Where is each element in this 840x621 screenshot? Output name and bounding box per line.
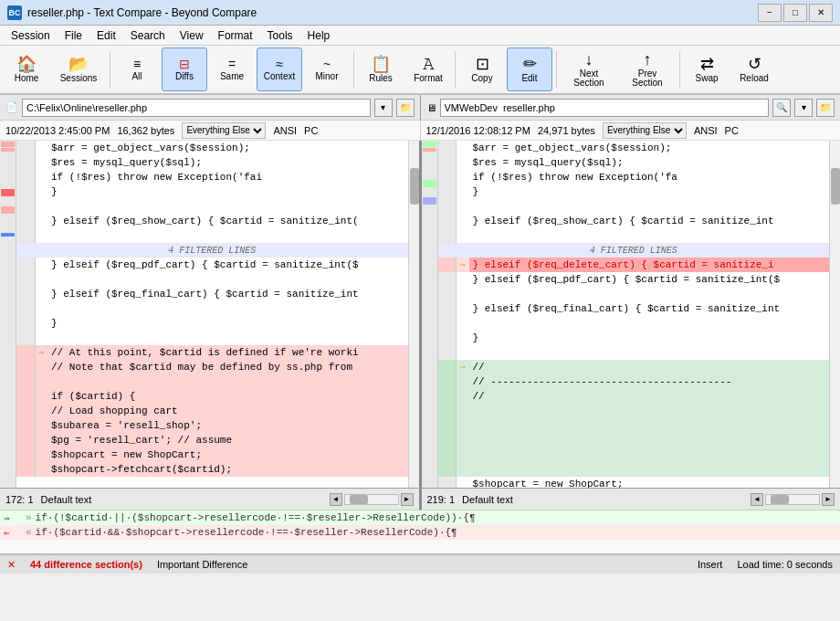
- next-section-button[interactable]: ↓ Next Section: [561, 47, 617, 91]
- menu-search[interactable]: Search: [123, 27, 173, 44]
- separator-4: [556, 51, 557, 88]
- context-button[interactable]: ≈ Context: [257, 47, 302, 91]
- right-code-content[interactable]: $arr = get_object_vars($session); $res =…: [438, 141, 830, 488]
- table-row: $shopcart->fetchcart($cartid);: [16, 462, 408, 477]
- edit-label: Edit: [521, 74, 537, 83]
- left-path-input[interactable]: [22, 99, 371, 117]
- statusbar: ✕ 44 difference section(s) Important Dif…: [0, 553, 840, 574]
- titlebar: BC reseller.php - Text Compare - Beyond …: [0, 0, 840, 26]
- table-row: [16, 199, 408, 214]
- menu-file[interactable]: File: [58, 27, 89, 44]
- same-icon: =: [228, 58, 236, 70]
- left-browse-button[interactable]: ▾: [374, 99, 393, 117]
- right-encoding: ANSI: [694, 125, 718, 136]
- left-scroll-right[interactable]: ►: [401, 493, 414, 506]
- minimize-button[interactable]: −: [758, 4, 782, 22]
- importance: Important Difference: [157, 559, 247, 570]
- sessions-button[interactable]: 📂 Sessions: [51, 47, 106, 91]
- separator-1: [110, 51, 110, 88]
- table-row: } elseif ($req_pdf_cart) { $cartid = san…: [438, 272, 830, 287]
- rules-button[interactable]: 📋 Rules: [358, 47, 404, 91]
- right-position: 219: 1: [427, 494, 456, 505]
- diffs-button[interactable]: ⊟ Diffs: [162, 47, 207, 91]
- table-row: } elseif ($req_show_cart) { $cartid = sa…: [438, 214, 830, 228]
- context-icon: ≈: [276, 58, 283, 70]
- context-label: Context: [264, 72, 295, 81]
- right-hscroll[interactable]: ◄ ►: [751, 493, 835, 506]
- all-button[interactable]: ≡ All: [114, 47, 160, 91]
- left-info-bar: 10/22/2013 2:45:00 PM 16,362 bytes Every…: [0, 121, 421, 141]
- all-label: All: [131, 72, 142, 81]
- menu-format[interactable]: Format: [211, 27, 260, 44]
- format-label: Format: [414, 74, 443, 83]
- sessions-icon: 📂: [68, 56, 89, 72]
- diffs-icon: ⊟: [179, 58, 190, 70]
- right-path-input[interactable]: [440, 99, 770, 117]
- right-filter-select[interactable]: Everything Else: [603, 122, 687, 139]
- right-code-pane: $arr = get_object_vars($session); $res =…: [422, 141, 841, 488]
- format-button[interactable]: 𝙰 Format: [405, 47, 451, 91]
- app-icon: BC: [7, 5, 22, 20]
- minor-button[interactable]: ~ Minor: [304, 47, 350, 91]
- menu-help[interactable]: Help: [300, 27, 338, 44]
- menu-edit[interactable]: Edit: [89, 27, 123, 44]
- right-browse-button[interactable]: ▾: [794, 99, 813, 117]
- table-row: $res = mysql_query($sql);: [16, 155, 408, 170]
- prev-section-button[interactable]: ↑ Prev Section: [619, 47, 676, 91]
- right-lineend: PC: [725, 125, 739, 136]
- left-browse-button-2[interactable]: 📁: [396, 99, 415, 117]
- same-button[interactable]: = Same: [209, 47, 255, 91]
- left-scrollbar[interactable]: [408, 141, 419, 488]
- table-row: // Note that $cartid may be defined by s…: [16, 360, 408, 374]
- table-row: }: [438, 331, 830, 345]
- right-filtered-separator: 4 FILTERED LINES: [438, 243, 830, 258]
- reload-button[interactable]: ↺ Reload: [731, 47, 777, 91]
- right-datetime: 12/1/2016 12:08:12 PM: [426, 125, 530, 136]
- menu-view[interactable]: View: [173, 27, 211, 44]
- table-row: }: [16, 184, 408, 199]
- home-button[interactable]: 🏠 Home: [4, 47, 49, 91]
- copy-button[interactable]: ⊡ Copy: [459, 47, 505, 91]
- left-path-icon: 📄: [5, 101, 18, 113]
- home-icon: 🏠: [16, 56, 37, 72]
- minor-label: Minor: [315, 72, 338, 81]
- copy-label: Copy: [471, 74, 492, 83]
- edit-button[interactable]: ✏ Edit: [507, 47, 552, 91]
- left-position-bar: 172: 1 Default text ◄ ►: [0, 489, 422, 510]
- left-scroll-left[interactable]: ◄: [330, 493, 342, 506]
- maximize-button[interactable]: □: [783, 4, 807, 22]
- table-row: [438, 404, 830, 418]
- right-search-button[interactable]: 🔍: [772, 99, 791, 117]
- left-filter-select[interactable]: Everything Else: [182, 122, 266, 139]
- reload-icon: ↺: [748, 56, 761, 72]
- prev-section-icon: ↑: [644, 51, 652, 68]
- table-row: ⇒ //: [438, 360, 830, 374]
- right-browse-button-2[interactable]: 📁: [816, 99, 835, 117]
- left-size: 16,362 bytes: [117, 125, 174, 136]
- diffs-label: Diffs: [175, 72, 194, 81]
- left-hscroll[interactable]: ◄ ►: [330, 493, 414, 506]
- edit-icon: ✏: [523, 56, 537, 72]
- swap-button[interactable]: ⇄ Swap: [684, 47, 730, 91]
- load-time: Load time: 0 seconds: [737, 559, 833, 570]
- menu-tools[interactable]: Tools: [260, 27, 300, 44]
- table-row: } elseif ($req_final_cart) { $cartid = s…: [16, 287, 408, 301]
- prev-section-label: Prev Section: [622, 69, 673, 88]
- table-row: } elseif ($req_final_cart) { $cartid = s…: [438, 301, 830, 316]
- title: reseller.php - Text Compare - Beyond Com…: [27, 6, 257, 19]
- left-code-content[interactable]: $arr = get_object_vars($session); $res =…: [16, 141, 408, 488]
- right-scrollbar[interactable]: [829, 141, 840, 488]
- right-scroll-right[interactable]: ►: [822, 493, 835, 506]
- right-scroll-left[interactable]: ◄: [751, 493, 763, 506]
- right-filtered-lines-label: 4 FILTERED LINES: [438, 243, 830, 258]
- table-row: $subarea = 'resell_shop';: [16, 418, 408, 433]
- swap-label: Swap: [695, 74, 718, 83]
- menu-session[interactable]: Session: [4, 27, 58, 44]
- diff-count: 44 difference section(s): [30, 559, 142, 570]
- table-row: [16, 228, 408, 243]
- close-button[interactable]: ✕: [809, 4, 833, 22]
- left-datetime: 10/22/2013 2:45:00 PM: [5, 125, 110, 136]
- table-row: [438, 433, 830, 447]
- reload-label: Reload: [740, 74, 769, 83]
- filtered-lines-label: 4 FILTERED LINES: [16, 243, 408, 258]
